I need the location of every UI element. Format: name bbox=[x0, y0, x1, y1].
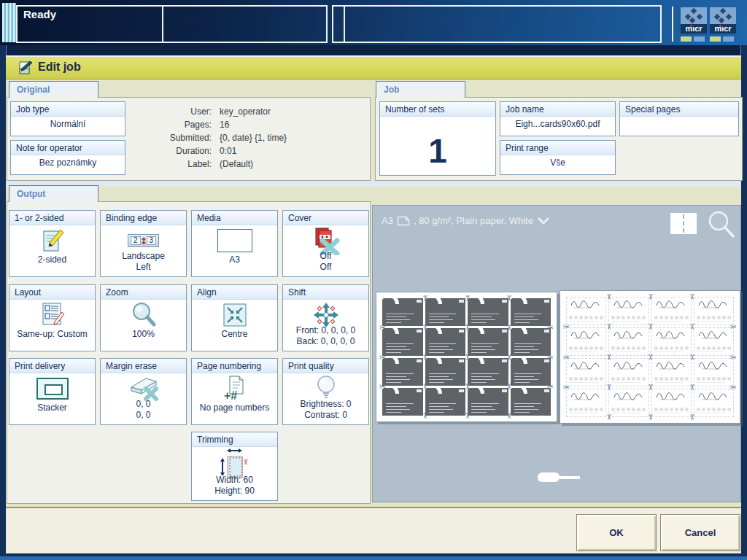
note-for-operator-tile[interactable]: Note for operator Bez poznámky bbox=[10, 140, 125, 175]
tile-label: Trimming bbox=[192, 432, 277, 447]
scissors-cut-mark-icon: ✂ bbox=[420, 295, 430, 301]
tile-value: Same-up: Custom bbox=[9, 329, 95, 340]
business-card-back bbox=[608, 327, 649, 356]
logo-separator bbox=[672, 7, 673, 42]
scissors-cut-mark-icon: ✂ bbox=[462, 354, 471, 360]
tile-value: 0, 0 bbox=[101, 399, 186, 410]
tab-output[interactable]: Output bbox=[9, 185, 98, 202]
page-numbering-tile[interactable]: Page numbering +# No page numbers bbox=[191, 358, 278, 425]
business-card-back bbox=[566, 389, 606, 417]
tile-label: 1- or 2-sided bbox=[9, 211, 95, 225]
page-numbering-icon: +# bbox=[192, 375, 277, 402]
tile-value: Centre bbox=[192, 329, 277, 340]
tile-label: Note for operator bbox=[11, 141, 125, 155]
section-gap bbox=[6, 181, 741, 187]
connector-icon bbox=[538, 472, 581, 483]
info-value: 16 bbox=[220, 120, 229, 130]
green-chip-icon bbox=[681, 36, 692, 42]
job-type-tile[interactable]: Job type Normální bbox=[10, 101, 125, 136]
zoom-tile[interactable]: Zoom 100% bbox=[100, 284, 187, 351]
business-card-back bbox=[651, 327, 692, 356]
spread-view-button[interactable] bbox=[670, 213, 697, 234]
one-or-two-sided-tile[interactable]: 1- or 2-sided 2-sided bbox=[9, 210, 96, 277]
scissors-cut-mark-icon: ✂ bbox=[379, 381, 386, 391]
media-tile[interactable]: Media A3 bbox=[191, 210, 278, 277]
status-text: Ready bbox=[23, 8, 56, 20]
layout-tile[interactable]: Layout Same-up: Custom bbox=[9, 284, 96, 351]
info-row: Pages: 16 bbox=[136, 120, 366, 130]
business-card-front bbox=[511, 388, 551, 416]
trimming-tile[interactable]: Trimming ✂ Width: 60Height: 90 bbox=[191, 432, 278, 501]
tile-label: Align bbox=[192, 285, 277, 300]
tile-value: Vše bbox=[500, 158, 615, 168]
scissors-cut-mark-icon: ✂ bbox=[420, 383, 430, 389]
scissors-cut-mark-icon: ✂ bbox=[687, 413, 697, 420]
cancel-button[interactable]: Cancel bbox=[660, 514, 740, 551]
number-of-sets-value: 1 bbox=[380, 127, 495, 175]
business-card-back bbox=[566, 358, 606, 386]
tile-label: Shift bbox=[283, 285, 368, 300]
tile-value: Front: 0, 0, 0, 0 bbox=[283, 325, 368, 336]
business-card-back bbox=[566, 327, 606, 356]
micr-status-chips bbox=[710, 36, 736, 42]
tile-label: Print delivery bbox=[9, 359, 95, 373]
tile-value: Landscape bbox=[101, 251, 186, 262]
panel-divider bbox=[344, 7, 345, 42]
preview-panel: A3 , 80 g/m², Plain paper, White ✂✂✂✂✂✂✂… bbox=[372, 205, 741, 502]
tile-value: 2-sided bbox=[9, 254, 95, 265]
top-status-bar: Ready mıcr mıcr bbox=[0, 0, 747, 45]
tab-original[interactable]: Original bbox=[9, 81, 98, 98]
micr-wordmark: mıcr bbox=[681, 24, 707, 34]
margin-erase-tile[interactable]: Margin erase 0, 00, 0 bbox=[100, 358, 187, 425]
screen: Ready mıcr mıcr bbox=[0, 0, 747, 560]
business-card-back bbox=[651, 297, 692, 325]
info-value: {0, date} {1, time} bbox=[220, 133, 287, 143]
scissors-cut-mark-icon: ✂ bbox=[730, 352, 737, 362]
scissors-cut-mark-icon: ✂ bbox=[603, 384, 613, 390]
ok-button[interactable]: OK bbox=[576, 514, 657, 551]
business-card-back bbox=[651, 358, 692, 386]
dialog-frame bbox=[0, 45, 747, 55]
align-tile[interactable]: Align Centre bbox=[191, 284, 278, 351]
tile-label: Special pages bbox=[620, 102, 738, 117]
blue-chip-icon bbox=[694, 36, 705, 42]
panel-divider bbox=[162, 7, 163, 42]
business-card-back bbox=[694, 358, 734, 386]
info-row: Label: (Default) bbox=[136, 159, 366, 169]
print-range-tile[interactable]: Print range Vše bbox=[500, 140, 616, 175]
scissors-icon: ✂ bbox=[241, 459, 250, 465]
business-card-front bbox=[425, 298, 466, 326]
preview-zoom-button[interactable] bbox=[705, 209, 738, 241]
scissors-cut-mark-icon: ✂ bbox=[503, 295, 513, 301]
info-row: Submitted: {0, date} {1, time} bbox=[136, 133, 366, 143]
special-pages-tile[interactable]: Special pages bbox=[619, 101, 739, 136]
tile-label: Margin erase bbox=[101, 359, 186, 373]
shift-tile[interactable]: Shift Front: 0, 0, 0, 0Back: 0, 0, 0, 0 bbox=[282, 284, 369, 351]
micr-diamonds-icon bbox=[710, 7, 736, 24]
business-card-front bbox=[468, 328, 508, 356]
number-of-sets-tile[interactable]: Number of sets 1 bbox=[379, 101, 496, 176]
tile-value: Width: 60 bbox=[192, 475, 277, 486]
job-name-tile[interactable]: Job name Eigh...cards90x60.pdf bbox=[500, 101, 616, 136]
business-card-front bbox=[511, 298, 551, 326]
business-card-front bbox=[382, 388, 423, 416]
tile-value: Bez poznámky bbox=[11, 158, 125, 168]
scissors-cut-mark-icon: ✂ bbox=[687, 324, 697, 330]
status-panel bbox=[16, 5, 328, 43]
scissors-cut-mark-icon: ✂ bbox=[603, 324, 613, 330]
business-card-back bbox=[608, 297, 649, 325]
queue-panel bbox=[332, 5, 662, 43]
scissors-cut-mark-icon: ✂ bbox=[687, 294, 697, 300]
brand-stripes-icon bbox=[2, 3, 16, 42]
media-dropdown[interactable]: A3 , 80 g/m², Plain paper, White bbox=[382, 215, 550, 226]
binding-edge-tile[interactable]: Binding edge 2 3 LandscapeLeft bbox=[100, 210, 187, 277]
print-quality-tile[interactable]: Print quality Brightness: 0Contrast: 0 bbox=[282, 358, 369, 425]
chevron-down-icon bbox=[537, 217, 550, 225]
scissors-cut-mark-icon: ✂ bbox=[646, 413, 655, 420]
print-delivery-tile[interactable]: Print delivery Stacker bbox=[9, 358, 96, 425]
tab-job[interactable]: Job bbox=[376, 81, 465, 98]
scissors-cut-mark-icon: ✂ bbox=[563, 382, 570, 392]
business-card-front bbox=[468, 388, 508, 416]
cover-tile[interactable]: Cover OffOff bbox=[282, 210, 369, 277]
scissors-cut-mark-icon: ✂ bbox=[730, 382, 737, 392]
